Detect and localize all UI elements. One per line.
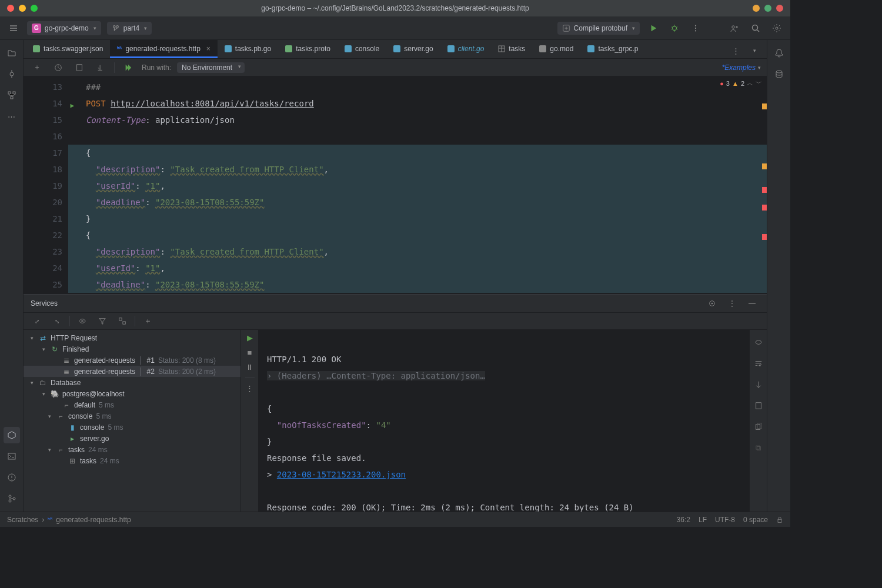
vcs-tool-button[interactable] — [4, 490, 20, 507]
wrap-icon[interactable] — [751, 356, 766, 371]
maximize-window-icon[interactable] — [31, 5, 38, 12]
tab-tasks-swagger-json[interactable]: tasks.swagger.json — [26, 39, 110, 58]
run-gutter-icon[interactable]: ▶ — [70, 98, 74, 114]
tab-console[interactable]: console — [338, 39, 386, 58]
main-toolbar: G go-grpc-demo part4 Compile protobuf — [0, 16, 790, 40]
inspection-summary[interactable]: ●3 ▲2 ︿﹀ — [720, 79, 762, 88]
services-tool-button[interactable] — [4, 427, 20, 443]
tree-node[interactable]: ⌐default 5 ms — [24, 399, 240, 410]
services-tree[interactable]: ▾⇄HTTP Request▾↻Finished≣generated-reque… — [24, 330, 241, 512]
svg-rect-29 — [778, 519, 781, 522]
branch-chip[interactable]: part4 — [107, 22, 152, 35]
svg-point-15 — [9, 500, 11, 502]
options-icon[interactable]: ⋮ — [724, 296, 740, 311]
encoding[interactable]: UTF-8 — [715, 516, 735, 524]
import-button[interactable] — [93, 60, 108, 75]
dot-icon — [764, 5, 771, 12]
tab-tasks[interactable]: tasks — [491, 39, 532, 58]
tree-node[interactable]: ▾⇄HTTP Request — [24, 332, 240, 343]
tree-node[interactable]: ▸server.go — [24, 433, 240, 444]
main-menu-button[interactable] — [6, 21, 21, 36]
structure-tool-button[interactable] — [4, 87, 20, 103]
tree-node[interactable]: ⊞tasks 24 ms — [24, 455, 240, 466]
compare-icon[interactable]: ⧉ — [751, 440, 766, 456]
svg-point-7 — [776, 27, 778, 29]
error-stripe[interactable] — [762, 76, 767, 294]
macos-traffic-lights — [7, 5, 38, 12]
add-service-button[interactable]: ＋ — [140, 313, 155, 329]
more-button[interactable] — [688, 21, 703, 36]
tree-node[interactable]: ▾🗀Database — [24, 377, 240, 388]
rerun-icon[interactable]: ▶ — [247, 333, 253, 342]
more-tool-button[interactable]: ⋯ — [4, 108, 20, 125]
right-tool-rail — [767, 40, 790, 512]
view-icon[interactable] — [751, 335, 766, 350]
tree-node[interactable]: ≣generated-requests │ #2 Status: 200 (2 … — [24, 366, 240, 377]
scroll-icon[interactable] — [751, 377, 766, 392]
examples-link[interactable]: *Examples — [722, 64, 756, 72]
expand-button[interactable]: ⤢ — [29, 313, 45, 329]
svg-point-22 — [82, 320, 83, 322]
code-editor[interactable]: 1314▶1516171819202122232425 ###POST http… — [24, 76, 767, 294]
tree-node[interactable]: ≣generated-requests │ #1 Status: 200 (8 … — [24, 355, 240, 366]
tab-tasks-grpc-p[interactable]: tasks_grpc.p — [580, 39, 645, 58]
group-button[interactable] — [115, 313, 130, 329]
response-file-link[interactable]: 2023-08-15T215233.200.json — [277, 470, 406, 479]
tree-node[interactable]: ▮console 5 ms — [24, 422, 240, 433]
close-tab-icon[interactable]: × — [206, 45, 211, 53]
focus-icon[interactable] — [704, 296, 720, 311]
tab-client-go[interactable]: client.go — [440, 39, 492, 58]
history-button[interactable] — [51, 60, 66, 75]
database-button[interactable] — [771, 66, 787, 82]
collapse-button[interactable]: ⤡ — [49, 313, 65, 329]
run-all-button[interactable] — [121, 60, 136, 75]
tab-server-go[interactable]: server.go — [386, 39, 440, 58]
line-separator[interactable]: LF — [699, 516, 707, 524]
svg-point-16 — [13, 497, 15, 500]
tab-generated-requests-http[interactable]: ʰᴿgenerated-requests.http× — [110, 39, 217, 58]
open-file-icon[interactable] — [751, 398, 766, 413]
branch-icon — [112, 24, 120, 32]
debug-button[interactable] — [667, 21, 682, 36]
show-button[interactable] — [75, 313, 90, 329]
tab-dropdown-icon[interactable]: ▾ — [747, 43, 762, 58]
caret-position[interactable]: 36:2 — [677, 516, 690, 524]
code-with-me-button[interactable] — [727, 21, 742, 36]
tab-tasks-proto[interactable]: tasks.proto — [278, 39, 338, 58]
project-tool-button[interactable] — [4, 45, 20, 61]
tab-tasks-pb-go[interactable]: tasks.pb.go — [218, 39, 278, 58]
notifications-button[interactable] — [771, 45, 787, 61]
tree-node[interactable]: ▾🐘postgres@localhost — [24, 388, 240, 399]
project-chip[interactable]: G go-grpc-demo — [27, 21, 101, 35]
svg-point-28 — [776, 71, 782, 73]
indent[interactable]: 0 space — [743, 516, 768, 524]
minimize-window-icon[interactable] — [19, 5, 26, 12]
filter-button[interactable] — [95, 313, 110, 329]
tab-go-mod[interactable]: go.mod — [532, 39, 580, 58]
pause-icon[interactable]: ⏸ — [246, 363, 253, 372]
settings-button[interactable] — [769, 21, 784, 36]
tree-node[interactable]: ▾⌐tasks 24 ms — [24, 444, 240, 455]
fold-icon[interactable]: › — [267, 371, 277, 380]
terminal-tool-button[interactable] — [4, 448, 20, 465]
breadcrumb[interactable]: Scratches › ʰᴿ generated-requests.http — [7, 516, 131, 524]
search-button[interactable] — [748, 21, 763, 36]
tree-node[interactable]: ▾⌐console 5 ms — [24, 410, 240, 422]
commit-tool-button[interactable] — [4, 66, 20, 82]
copy-icon[interactable] — [751, 419, 766, 435]
tab-list-icon[interactable]: ⋮ — [728, 43, 743, 58]
run-config-chip[interactable]: Compile protobuf — [557, 22, 640, 35]
tree-node[interactable]: ▾↻Finished — [24, 343, 240, 355]
minimize-icon[interactable]: — — [744, 296, 760, 311]
convert-button[interactable] — [72, 60, 87, 75]
readonly-icon[interactable] — [776, 516, 783, 523]
add-request-button[interactable]: ＋ — [29, 60, 45, 75]
problems-tool-button[interactable] — [4, 469, 20, 486]
environment-select[interactable]: No Environment — [177, 62, 245, 73]
run-button[interactable] — [646, 21, 661, 36]
stop-icon[interactable]: ■ — [248, 348, 252, 357]
response-saved-msg: Response file saved. — [267, 453, 366, 463]
more-icon[interactable]: ⋮ — [246, 384, 253, 393]
response-output[interactable]: HTTP/1.1 200 OK › (Headers) …Content-Typ… — [259, 330, 749, 512]
close-window-icon[interactable] — [7, 5, 14, 12]
